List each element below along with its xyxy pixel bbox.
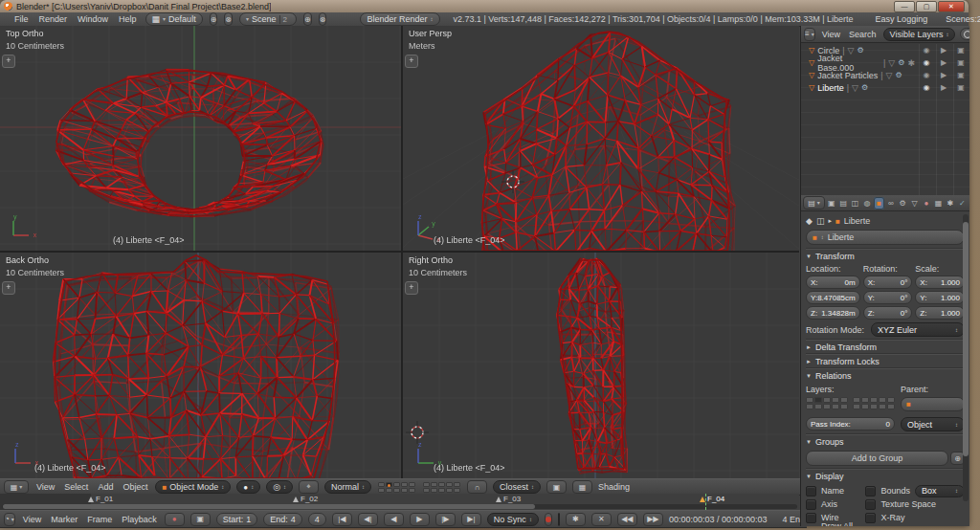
jump-to-end-button[interactable]: ▶| — [461, 513, 481, 526]
outliner-item-jacket-base[interactable]: ▽ Jacket Base.000 | ▽ ⚙ ✱ ◉ ▶ ▣ — [801, 56, 969, 69]
tab-material[interactable]: ● — [921, 197, 931, 210]
remove-scene-button[interactable]: ⊗ — [319, 12, 327, 26]
location-z-field[interactable]: Z:1.34828m — [806, 306, 860, 320]
outliner-item-jacket-particles[interactable]: ▽ Jacket Particles | ▽ ⚙ ◉ ▶ ▣ — [801, 69, 969, 81]
jump-prev-marker-button[interactable]: ◀◀ — [617, 513, 637, 526]
hide-eye-icon[interactable]: ◉ — [918, 46, 935, 55]
render-restrict-icon[interactable]: ▣ — [952, 71, 969, 79]
pass-index-field[interactable]: Pass Index: 0 — [806, 417, 895, 431]
rotation-mode-selector[interactable]: XYZ Euler ↕ — [871, 322, 965, 337]
menu-view[interactable]: View — [34, 482, 56, 492]
object-name-field[interactable]: ■ ↕ Liberte — [806, 230, 965, 245]
viewport-user-persp[interactable]: User Persp Meters (4) Liberte <F_04> + — [403, 26, 799, 251]
tab-object[interactable]: ■ — [874, 197, 884, 210]
jump-next-marker-button[interactable]: ▶▶ — [643, 513, 663, 526]
viewport-canvas-right[interactable] — [403, 253, 799, 478]
panel-transform-header[interactable]: ▼ Transform — [806, 249, 965, 263]
scale-x-field[interactable]: X:1.000 — [915, 276, 965, 289]
rotation-x-field[interactable]: X:0° — [863, 276, 913, 289]
panel-display-header[interactable]: ▼ Display — [806, 469, 965, 483]
tab-texture[interactable]: ▦ — [933, 197, 944, 210]
timeline-marker[interactable]: F_01 — [88, 495, 113, 503]
timeline-track[interactable]: F_01 F_02 F_03 F_04 2 4 — [0, 494, 799, 511]
frame-end-field[interactable]: End: 4 — [263, 513, 302, 526]
parent-object-field[interactable]: ■ — [901, 397, 965, 411]
close-button[interactable]: ✕ — [938, 1, 965, 12]
region-expand-button[interactable]: + — [405, 55, 418, 68]
tab-object-data[interactable]: ▽ — [909, 197, 920, 210]
current-frame-field[interactable]: 4 — [308, 513, 326, 526]
render-restrict-icon[interactable]: ▣ — [952, 46, 969, 55]
mode-selector[interactable]: ■ Object Mode ↕ — [155, 480, 231, 494]
hide-eye-icon[interactable]: ◉ — [918, 83, 935, 92]
jump-to-start-button[interactable]: |◀ — [332, 513, 352, 526]
properties-editor-selector[interactable]: ▤ ▾ — [803, 196, 825, 210]
title-bar[interactable]: Blender* [C:\Users\Yaniv\Dropbox\Danit F… — [0, 0, 969, 12]
region-expand-button[interactable]: + — [2, 55, 15, 68]
outliner-editor-selector[interactable]: ≡ ▾ — [804, 28, 815, 41]
panel-transform-locks-header[interactable]: ► Transform Locks — [806, 354, 965, 368]
auto-keyframe-record-button[interactable] — [545, 513, 552, 526]
outliner-filter-selector[interactable]: Visible Layers ↕ — [883, 28, 956, 41]
region-expand-button[interactable]: + — [2, 281, 15, 295]
maximize-button[interactable]: ▢ — [916, 1, 937, 12]
selectable-icon[interactable]: ▶ — [935, 58, 952, 67]
checkbox-transparency[interactable]: Transparency — [865, 525, 965, 526]
scale-y-field[interactable]: Y:1.000 — [915, 291, 965, 304]
menu-search[interactable]: Search — [847, 30, 879, 39]
add-screen-button[interactable]: ⊕ — [210, 12, 218, 26]
menu-playback[interactable]: Playback — [120, 515, 159, 524]
outliner-search-input[interactable] — [960, 28, 969, 40]
sync-mode-selector[interactable]: No Sync ↕ — [487, 513, 539, 526]
prev-keyframe-button[interactable]: ◀| — [358, 513, 378, 526]
current-frame-playhead[interactable] — [705, 494, 706, 510]
screen-layout-selector[interactable]: ▦ ▾ Default — [145, 12, 203, 26]
layer-switcher-2[interactable] — [423, 482, 460, 493]
timeline-scrollbar[interactable] — [2, 504, 797, 509]
selectable-icon[interactable]: ▶ — [935, 83, 952, 92]
viewport-canvas-back[interactable] — [0, 253, 401, 478]
checkbox-texture-space[interactable]: Texture Space — [865, 498, 965, 510]
tab-constraints[interactable]: ∞ — [885, 197, 896, 210]
shading-selector[interactable]: ● ↕ — [236, 480, 260, 494]
menu-marker[interactable]: Marker — [49, 515, 79, 524]
menu-object[interactable]: Object — [121, 482, 149, 492]
viewport-right-ortho[interactable]: Right Ortho 10 Centimeters (4) Liberte <… — [403, 253, 799, 478]
add-to-group-button[interactable]: Add to Group — [806, 451, 948, 466]
menu-window[interactable]: Window — [76, 14, 110, 24]
checkbox-axis[interactable]: Axis — [806, 498, 861, 510]
checkbox-draw-all-edges[interactable]: Draw All Edges — [806, 525, 861, 526]
checkbox-xray[interactable]: X-Ray — [865, 512, 965, 523]
layer-switcher[interactable] — [378, 482, 415, 493]
timeline-marker[interactable]: F_03 — [496, 495, 521, 503]
location-x-field[interactable]: X:0m — [806, 276, 860, 289]
snap-target-selector[interactable]: Closest ↕ — [493, 480, 541, 494]
tab-render[interactable]: ▣ — [826, 197, 836, 210]
menu-file[interactable]: File — [12, 14, 31, 24]
panel-relations-header[interactable]: ▼ Relations — [806, 368, 965, 383]
menu-help[interactable]: Help — [117, 14, 139, 24]
render-engine-selector[interactable]: Blender Render ↕ — [360, 12, 439, 26]
delete-keyframe-button[interactable]: ✕ — [591, 513, 612, 526]
timeline-scrollbar-handle[interactable] — [3, 504, 535, 509]
properties-scrollbar[interactable] — [963, 214, 969, 501]
menu-select[interactable]: Select — [62, 482, 90, 492]
minimize-button[interactable]: — — [894, 1, 915, 12]
panel-groups-header[interactable]: ▼ Groups — [806, 434, 965, 449]
object-layers-grid[interactable] — [806, 397, 848, 411]
pivot-selector[interactable]: ◎ ↕ — [266, 480, 293, 494]
keying-set-field[interactable] — [558, 513, 560, 526]
hide-eye-icon[interactable]: ◉ — [918, 58, 935, 67]
opengl-render-image-button[interactable]: ▣ — [546, 480, 567, 494]
rotation-z-field[interactable]: Z:0° — [863, 306, 913, 320]
menu-add[interactable]: Add — [96, 482, 115, 492]
selectable-icon[interactable]: ▶ — [935, 46, 952, 55]
orientation-selector[interactable]: Normal ↕ — [324, 480, 371, 494]
play-button[interactable]: ▶ — [410, 513, 430, 526]
next-keyframe-button[interactable]: |▶ — [435, 513, 456, 526]
tab-physics[interactable]: ✓ — [957, 197, 968, 210]
region-expand-button[interactable]: + — [405, 281, 418, 295]
scale-z-field[interactable]: Z:1.000 — [915, 306, 965, 320]
insert-keyframe-button[interactable]: ✱ — [566, 513, 586, 526]
editor-type-selector[interactable]: ▦ ▾ — [4, 480, 29, 494]
